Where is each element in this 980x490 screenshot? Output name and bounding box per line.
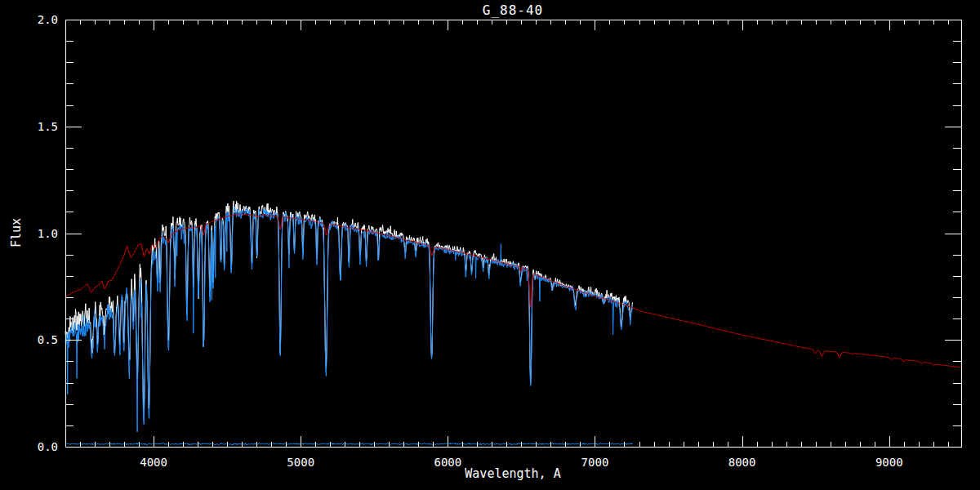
- y-tick-label: 1.0: [38, 227, 58, 240]
- series-error-spectrum: [65, 443, 633, 445]
- series-group: [65, 201, 961, 445]
- plot-canvas: 4000500060007000800090000.00.51.01.52.0: [0, 0, 980, 490]
- y-tick-label: 2.0: [38, 13, 58, 26]
- x-tick-label: 8000: [728, 456, 756, 469]
- x-axis-label: Wavelength, A: [465, 466, 560, 481]
- chart-title: G_88-40: [483, 2, 543, 18]
- spectrum-plot-window: 4000500060007000800090000.00.51.01.52.0 …: [0, 0, 980, 490]
- series-observed-smoothed: [65, 207, 632, 432]
- tick-labels: 4000500060007000800090000.00.51.01.52.0: [38, 13, 903, 469]
- y-axis-label: Flux: [9, 218, 24, 247]
- y-tick-label: 0.5: [38, 333, 58, 346]
- x-tick-label: 4000: [140, 456, 167, 469]
- y-tick-label: 1.5: [38, 120, 58, 133]
- x-tick-label: 5000: [287, 456, 314, 469]
- x-tick-label: 6000: [434, 456, 461, 469]
- y-tick-label: 0.0: [38, 440, 58, 453]
- x-tick-label: 9000: [875, 456, 903, 469]
- x-tick-label: 7000: [581, 456, 609, 469]
